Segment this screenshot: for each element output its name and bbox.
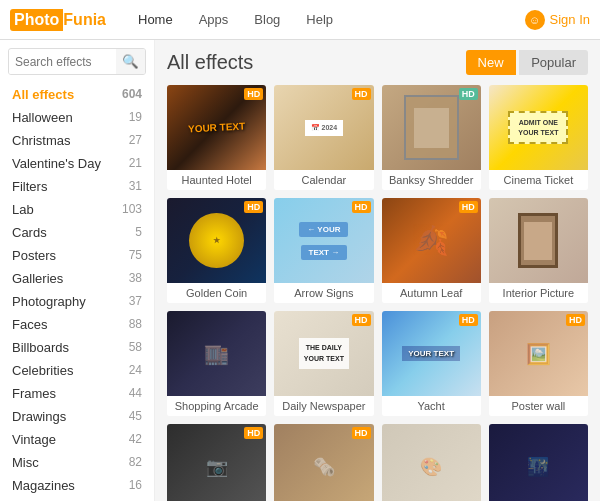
effect-autumn-leaf[interactable]: HD 🍂 Autumn Leaf [382,198,481,303]
search-box[interactable]: 🔍 [8,48,146,75]
effect-newspaper[interactable]: HD THE DAILYYOUR TEXT Daily Newspaper [274,311,373,416]
sidebar-label: Halloween [12,110,73,125]
effect-banksy[interactable]: HD Banksy Shredder [382,85,481,190]
effects-grid: HD YOUR TEXT Haunted Hotel HD 📅 2024 Cal… [167,85,588,501]
effect-row4-1[interactable]: HD 📷 [167,424,266,501]
sidebar-label: Filters [12,179,47,194]
sidebar-item-billboards[interactable]: Billboards 58 [0,336,154,359]
sidebar-item-cards[interactable]: Cards 5 [0,221,154,244]
nav-help[interactable]: Help [294,4,345,35]
sidebar-item-valentines[interactable]: Valentine's Day 21 [0,152,154,175]
sidebar-count: 88 [129,317,142,332]
calendar-preview: 📅 2024 [305,120,344,136]
effect-label: Cinema Ticket [489,170,588,190]
effect-arrow-signs[interactable]: HD ← YOUR TEXT → Arrow Signs [274,198,373,303]
effect-icon: 📷 [206,456,228,478]
effect-golden-coin[interactable]: HD ★ Golden Coin [167,198,266,303]
hd-badge: HD [352,88,371,100]
effect-poster-wall[interactable]: HD 🖼️ Poster wall [489,311,588,416]
sidebar-item-lab[interactable]: Lab 103 [0,198,154,221]
sidebar-count: 82 [129,455,142,470]
sidebar-count: 19 [129,110,142,125]
sidebar-item-celebrities[interactable]: Celebrities 24 [0,359,154,382]
sidebar-label: Frames [12,386,56,401]
tab-new[interactable]: New [466,50,516,75]
interior-frame [518,213,558,268]
hd-alt-badge: HD [459,88,478,100]
content-header: All effects New Popular [167,50,588,75]
sidebar-label: Celebrities [12,363,73,378]
nav-home[interactable]: Home [126,4,185,35]
sidebar-item-galleries[interactable]: Galleries 38 [0,267,154,290]
sidebar-item-all-effects[interactable]: All effects 604 [0,83,154,106]
hd-badge: HD [352,314,371,326]
search-input[interactable] [9,50,116,74]
yacht-text: YOUR TEXT [402,346,460,361]
sidebar-count: 21 [129,156,142,171]
sidebar-item-professions[interactable]: Professions 25 [0,497,154,501]
effect-label: Golden Coin [167,283,266,303]
hd-badge: HD [459,201,478,213]
sidebar-count: 38 [129,271,142,286]
hd-badge: HD [566,314,585,326]
sidebar-item-christmas[interactable]: Christmas 27 [0,129,154,152]
effect-label: Autumn Leaf [382,283,481,303]
tab-popular[interactable]: Popular [519,50,588,75]
sidebar-label: Faces [12,317,47,332]
effect-label: Yacht [382,396,481,416]
sidebar-item-magazines[interactable]: Magazines 16 [0,474,154,497]
effect-thumbnail: HD YOUR TEXT [382,311,481,396]
logo[interactable]: Photo Funia [10,9,106,31]
sidebar-item-filters[interactable]: Filters 31 [0,175,154,198]
sidebar-item-posters[interactable]: Posters 75 [0,244,154,267]
sidebar-item-misc[interactable]: Misc 82 [0,451,154,474]
sidebar-label: Drawings [12,409,66,424]
effect-label: Haunted Hotel [167,170,266,190]
effect-cinema[interactable]: ADMIT ONEYOUR TEXT Cinema Ticket [489,85,588,190]
effect-row4-4[interactable]: 🌃 [489,424,588,501]
hd-badge: HD [244,201,263,213]
sidebar-label: Christmas [12,133,71,148]
effect-interior[interactable]: Interior Picture [489,198,588,303]
effect-calendar[interactable]: HD 📅 2024 Calendar [274,85,373,190]
arrow-sign-your: ← YOUR [299,222,348,237]
cinema-ticket-preview: ADMIT ONEYOUR TEXT [508,111,568,145]
sidebar-count: 42 [129,432,142,447]
effect-row4-2[interactable]: HD 🗞️ [274,424,373,501]
effect-thumbnail: HD YOUR TEXT [167,85,266,170]
nav-apps[interactable]: Apps [187,4,241,35]
effect-shopping[interactable]: 🏬 Shopping Arcade [167,311,266,416]
sidebar-item-faces[interactable]: Faces 88 [0,313,154,336]
sidebar-item-photography[interactable]: Photography 37 [0,290,154,313]
effect-thumbnail: HD ← YOUR TEXT → [274,198,373,283]
sidebar-label: Vintage [12,432,56,447]
shopping-icon: 🏬 [204,342,229,366]
logo-photo: Photo [10,9,63,31]
effect-row4-3[interactable]: 🎨 [382,424,481,501]
sidebar-count: 45 [129,409,142,424]
sidebar-item-halloween[interactable]: Halloween 19 [0,106,154,129]
sign-in-button[interactable]: ☺ Sign In [525,10,590,30]
sidebar-count: 75 [129,248,142,263]
sidebar-label: Valentine's Day [12,156,101,171]
effect-haunted-hotel[interactable]: HD YOUR TEXT Haunted Hotel [167,85,266,190]
sidebar-count: 58 [129,340,142,355]
sidebar-item-vintage[interactable]: Vintage 42 [0,428,154,451]
main-nav: Home Apps Blog Help [126,4,345,35]
sidebar: 🔍 All effects 604 Halloween 19 Christmas… [0,40,155,501]
effect-thumbnail: HD 📷 [167,424,266,501]
sidebar-label: Misc [12,455,39,470]
sidebar-item-frames[interactable]: Frames 44 [0,382,154,405]
sidebar-label: Galleries [12,271,63,286]
arrow-signs-preview: ← YOUR TEXT → [297,220,350,262]
hd-badge: HD [352,427,371,439]
effect-yacht[interactable]: HD YOUR TEXT Yacht [382,311,481,416]
effect-thumbnail: HD 🍂 [382,198,481,283]
sidebar-label: Lab [12,202,34,217]
sidebar-item-drawings[interactable]: Drawings 45 [0,405,154,428]
search-button[interactable]: 🔍 [116,49,145,74]
effect-icon: 🗞️ [313,456,335,478]
sidebar-count: 31 [129,179,142,194]
frame-preview [404,95,459,160]
nav-blog[interactable]: Blog [242,4,292,35]
